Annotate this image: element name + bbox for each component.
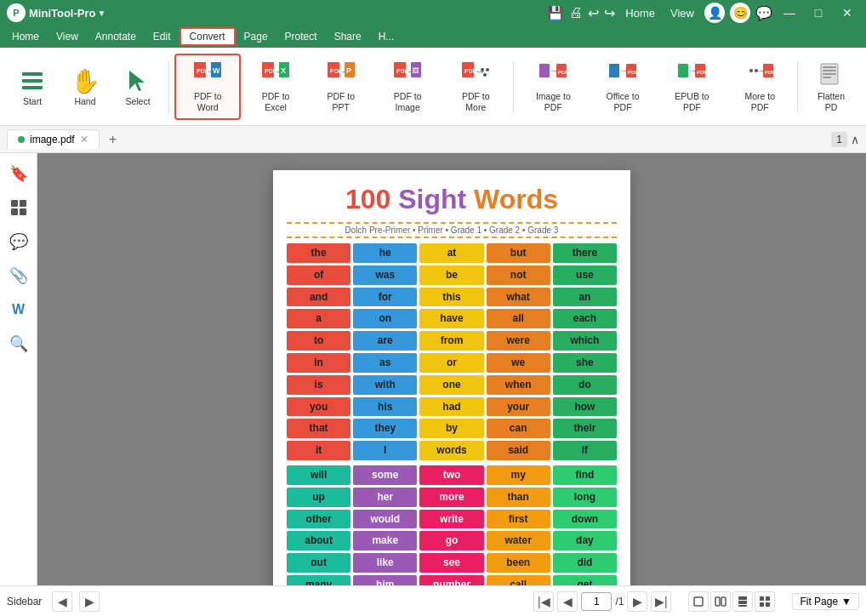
more-to-pdf-btn[interactable]: → PDF More to PDF [728,54,793,120]
menu-edit[interactable]: Edit [145,27,179,46]
menu-share[interactable]: Share [326,27,370,46]
tab-filename: image.pdf [30,134,75,145]
sidebar-collapse-right[interactable]: ▶ [79,591,100,612]
svg-text:P: P [346,66,351,75]
fit-page-btn[interactable]: Fit Page ▼ [792,593,859,610]
pdf-to-ppt-btn[interactable]: PDF → P PDF to PPT [311,54,372,120]
toolbar-sep-2 [513,61,514,112]
minimize-btn[interactable]: — [778,4,801,21]
print-icon[interactable]: 🖨 [569,5,583,20]
svg-text:🖼: 🖼 [412,67,419,75]
title-dropdown-icon[interactable]: ▼ [97,9,105,18]
first-page-btn[interactable]: |◀ [533,591,554,612]
menu-view[interactable]: View [48,27,87,46]
epub-to-pdf-btn[interactable]: → PDF EPUB to PDF [658,54,726,120]
epub-to-pdf-icon: → PDF [676,60,707,91]
sidebar-collapse-left[interactable]: ◀ [52,591,72,612]
svg-rect-55 [20,208,26,215]
word-col-orange2: my than first water been call who am its… [487,465,550,585]
pages-grid-icon[interactable] [5,194,32,221]
titlebar-view-btn[interactable]: View [665,7,699,20]
add-tab-btn[interactable]: + [103,129,123,150]
select-btn[interactable]: Select [112,54,163,120]
maximize-btn[interactable]: □ [806,4,830,21]
menu-protect[interactable]: Protect [276,27,326,46]
word-col-red: the of and a to in is you that it [287,243,350,460]
close-btn[interactable]: ✕ [835,4,859,21]
hand-btn[interactable]: ✋ Hand [60,54,111,120]
menu-annotate[interactable]: Annotate [87,27,145,46]
more-to-pdf-icon: → PDF [744,60,775,91]
svg-rect-0 [22,72,43,76]
word-col-green: there use an each which she do how their… [553,243,617,460]
menu-h[interactable]: H... [370,27,403,46]
toolbar-sep-1 [168,61,169,112]
pdf-to-more-icon: PDF → [460,60,491,91]
svg-rect-53 [20,200,26,207]
select-icon [122,66,153,96]
titlebar-home-btn[interactable]: Home [620,7,660,20]
svg-rect-48 [823,66,836,68]
app-name: MiniTool-Pro [29,7,95,20]
chart-title: 100 Sight Words [287,184,617,215]
attachment-icon[interactable]: 📎 [5,262,32,289]
menu-page[interactable]: Page [236,27,276,46]
menu-convert[interactable]: Convert [179,27,236,46]
user-avatar[interactable]: 👤 [704,3,725,23]
svg-rect-1 [22,79,43,83]
document-page: 100 Sight Words Dolch Pre-Primer • Prime… [273,170,630,585]
title-words: Words [474,184,558,214]
svg-text:PDF: PDF [697,70,707,75]
start-btn[interactable]: Start [7,54,58,120]
file-tab[interactable]: image.pdf ✕ [7,129,100,149]
svg-text:W: W [213,66,220,75]
word-icon[interactable]: W [5,296,32,323]
sidebar-label: Sidebar [7,596,42,607]
svg-rect-59 [738,596,747,600]
pdf-to-word-btn[interactable]: PDF → W PDF to Word [174,54,242,120]
app-logo: P [7,3,26,22]
image-to-pdf-btn[interactable]: → PDF Image to PDF [519,54,588,120]
view-scroll-btn[interactable] [732,591,753,612]
page-total: /1 [615,596,624,607]
tabbar: image.pdf ✕ + 1 ∧ [0,126,866,153]
undo-icon[interactable]: ↩ [588,5,599,21]
toolbar-sep-3 [797,61,798,112]
svg-text:PDF: PDF [628,70,638,75]
save-icon[interactable]: 💾 [547,5,564,21]
image-to-pdf-icon: → PDF [538,60,568,91]
last-page-btn[interactable]: ▶| [651,591,671,612]
chat-icon[interactable]: 💬 [755,5,772,21]
pdf-to-excel-btn[interactable]: PDF → X PDF to Excel [242,54,308,120]
pdf-to-image-icon: PDF → 🖼 [392,60,423,91]
svg-rect-61 [738,605,747,607]
next-page-btn[interactable]: ▶ [627,591,647,612]
svg-rect-63 [766,596,770,601]
view-grid-btn[interactable] [755,591,775,612]
menu-home[interactable]: Home [3,27,48,46]
view-single-btn[interactable] [688,591,709,612]
svg-rect-52 [11,200,18,207]
view-double-btn[interactable] [710,591,731,612]
tab-expand-btn[interactable]: ∧ [851,133,859,146]
flatten-pdf-icon [816,60,846,91]
word-col-purple: some her would make like him into time h… [353,465,417,585]
page-number-input[interactable] [581,592,612,611]
pdf-to-image-btn[interactable]: PDF → 🖼 PDF to Image [373,54,442,120]
redo-icon[interactable]: ↪ [604,5,615,21]
menubar: Home View Annotate Edit Convert Page Pro… [0,26,866,48]
title-100: 100 [345,184,390,214]
office-to-pdf-btn[interactable]: → PDF Office to PDF [590,54,657,120]
pdf-to-more-btn[interactable]: PDF → PDF to More [444,54,509,120]
tab-close-icon[interactable]: ✕ [80,134,88,145]
comment-icon[interactable]: 💬 [5,228,32,255]
bookmark-icon[interactable]: 🔖 [5,160,32,187]
titlebar: P MiniTool-Pro ▼ 💾 🖨 ↩ ↪ Home View 👤 😊 💬… [0,0,866,26]
prev-page-btn[interactable]: ◀ [557,591,578,612]
search-icon[interactable]: 🔍 [5,330,32,357]
title-sight: Sight [398,184,466,214]
account-icon[interactable]: 😊 [730,3,750,23]
svg-rect-54 [11,208,18,215]
flatten-pdf-btn[interactable]: Flatten PD [803,54,859,120]
fit-page-chevron: ▼ [841,596,852,607]
